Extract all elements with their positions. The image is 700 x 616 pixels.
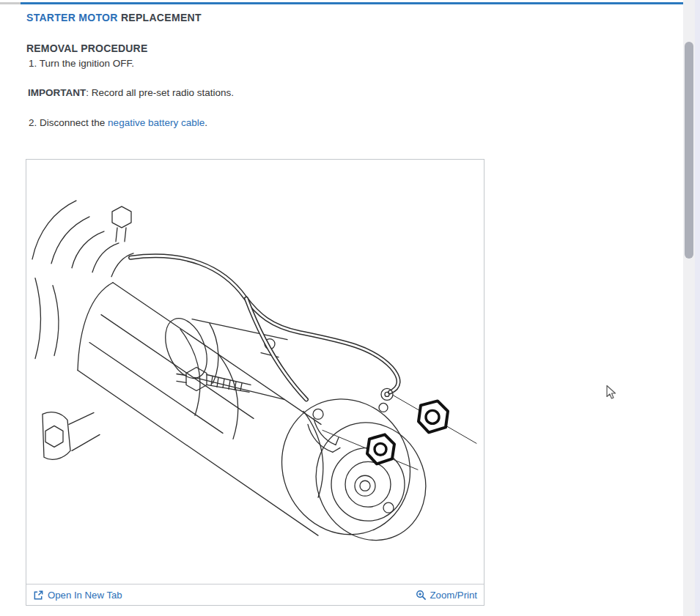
mounting-nuts — [367, 401, 448, 464]
step-1-text: Turn the ignition OFF. — [40, 58, 134, 69]
window-edge-strip — [695, 0, 700, 616]
starter-motor-illustration — [26, 160, 484, 584]
figure-panel: Open In New Tab Zoom/Print — [26, 159, 485, 606]
page-title-rest: REPLACEMENT — [121, 12, 202, 23]
important-note: IMPORTANT: Record all pre-set radio stat… — [28, 87, 234, 98]
document-page: STARTER MOTOR REPLACEMENT REMOVAL PROCED… — [0, 0, 700, 616]
section-heading: REMOVAL PROCEDURE — [26, 42, 147, 54]
scrollbar-thumb[interactable] — [685, 42, 693, 259]
cable-terminal-ring — [381, 388, 393, 400]
step-2-text: Disconnect the — [40, 117, 105, 128]
figure-image — [26, 160, 484, 584]
leader-lines — [323, 395, 476, 470]
negative-battery-cable-link[interactable]: negative battery cable — [108, 117, 205, 128]
step-1-number: 1. — [29, 58, 37, 69]
step-1: 1. Turn the ignition OFF. — [29, 58, 134, 69]
magnifier-plus-icon — [416, 590, 427, 601]
mounting-nut-upper — [419, 401, 448, 432]
solenoid — [158, 312, 287, 399]
figure-footer: Open In New Tab Zoom/Print — [26, 584, 484, 605]
flange-hex-bolt — [45, 426, 63, 447]
page-title: STARTER MOTOR REPLACEMENT — [26, 12, 202, 23]
engine-block-lines — [32, 201, 133, 359]
zoom-print-link[interactable]: Zoom/Print — [416, 590, 478, 601]
top-accent-gray — [0, 2, 21, 4]
important-label: IMPORTANT — [28, 87, 86, 98]
scrollbar[interactable] — [683, 0, 695, 616]
important-text: : Record all pre-set radio stations. — [86, 87, 234, 98]
open-in-new-tab-link[interactable]: Open In New Tab — [33, 590, 122, 601]
arrow-cursor — [605, 385, 616, 400]
step-2-text-after: . — [205, 117, 207, 128]
zoom-print-label: Zoom/Print — [430, 590, 478, 601]
open-in-new-tab-label: Open In New Tab — [48, 590, 122, 601]
step-2: 2. Disconnect the negative battery cable… — [29, 117, 207, 128]
motor-body — [43, 283, 445, 559]
mount-flange — [43, 412, 70, 460]
starter-motor-link[interactable]: STARTER MOTOR — [26, 12, 118, 23]
top-accent-blue — [21, 2, 685, 4]
step-2-number: 2. — [29, 117, 37, 128]
mounting-nut-lower — [367, 434, 394, 464]
open-in-new-tab-icon — [33, 590, 44, 601]
top-hex-bolt — [112, 207, 131, 228]
